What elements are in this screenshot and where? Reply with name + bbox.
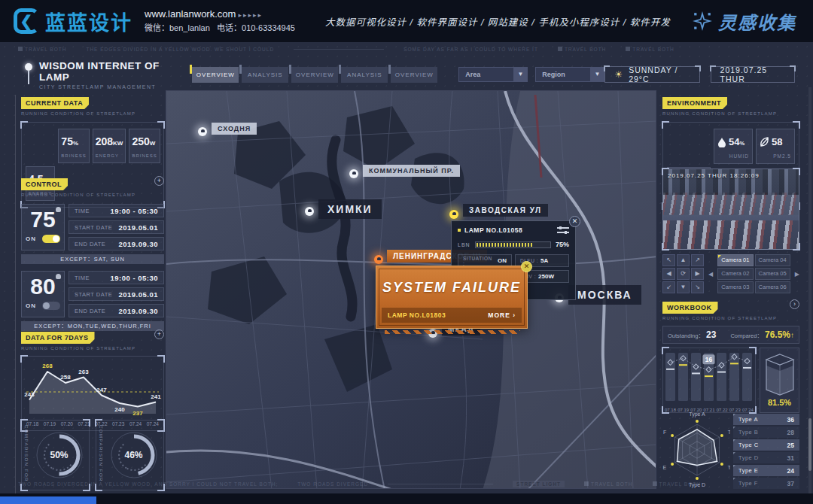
region-select[interactable]: Region▼ [535, 67, 604, 82]
settings-sliders-icon[interactable] [557, 227, 569, 233]
weather-text: SUNNDAY / 29°C [629, 65, 690, 83]
next-section-peek [0, 496, 96, 504]
gauge-label: COMPARISON FOR [96, 421, 104, 490]
camera-button-6[interactable]: Camera 06 [755, 281, 790, 293]
camera-button-1[interactable]: Camera 01 [717, 254, 753, 266]
workbook-stats-row: Outstanding： 23 Compared： 76.5% ↑ [662, 326, 799, 344]
pan-up-right-button[interactable]: ↗ [691, 254, 704, 266]
close-icon[interactable]: ✕ [521, 261, 532, 272]
compared-value: 76.5% [765, 329, 790, 340]
end-date-row: END DATE2019.09.30 [69, 237, 164, 250]
stat-briness-pct: 75% BRINESS [58, 129, 89, 163]
start-date-row: START DATE2019.05.01 [69, 287, 164, 301]
camera-list: Camera 01 Camera 04 Camera 02 Camera 05 … [717, 254, 790, 293]
schedule-block-2: 80 ON TIME19:00 - 05:30 START DATE2019.0… [21, 271, 164, 317]
reset-view-button[interactable]: ⟳ [677, 268, 690, 280]
camera-video-feed[interactable]: 2019.07.25 THUR 18:26:09 [662, 169, 799, 250]
brand-logo[interactable]: ❮ 蓝蓝设计 [14, 7, 132, 36]
map-pin-khimki[interactable] [305, 207, 314, 216]
map-label-moskva[interactable]: МОСКВА [568, 285, 641, 305]
camera-button-5[interactable]: Camera 05 [755, 268, 790, 280]
map-label-kommunalny[interactable]: КОММУНАЛЬНЫЙ ПР. [363, 165, 460, 177]
outstanding-count: 23 [706, 329, 716, 340]
scrollbar-thumb[interactable] [808, 418, 811, 471]
collect-button[interactable]: 灵感收集 [693, 8, 796, 35]
brightness-value: 80 [26, 275, 60, 299]
add-schedule-button[interactable]: + [154, 176, 164, 186]
pan-down-button[interactable]: ▼ [677, 281, 690, 293]
gauge-label: COMPARISON FOR [22, 421, 29, 490]
phone-label: 电话：010-63334945 [217, 23, 295, 32]
tab-overview-3[interactable]: OVERVIEW [391, 67, 437, 83]
map-pin-kommunalny[interactable] [349, 169, 358, 178]
svg-text:Type B: Type B [728, 430, 730, 436]
workbook-more-button[interactable]: › [790, 299, 799, 309]
pan-down-left-button[interactable]: ↙ [662, 281, 675, 293]
type-row-a[interactable]: Type A36 [733, 414, 799, 425]
scrollbar[interactable] [808, 87, 811, 493]
camera-button-3[interactable]: Camera 03 [717, 281, 753, 293]
camera-button-2[interactable]: Camera 02 [717, 268, 753, 280]
dashboard: TRAVEL BOTH THE EDGES DIVIDED IN A YELLO… [0, 42, 813, 493]
end-date-row: END DATE2019.09.30 [69, 304, 164, 317]
panel-subtitle: RUNNING CONDITION OF STREETLAMP [662, 111, 799, 116]
expand-chart-button[interactable]: + [154, 329, 164, 339]
brand-logo-icon: ❮ [14, 8, 39, 34]
type-row-c[interactable]: Type C25 [733, 439, 799, 451]
map-pin-leningradskoe[interactable] [374, 255, 383, 264]
type-row-d[interactable]: Type D31 [733, 452, 799, 463]
comparison-gauge-2: COMPARISON FOR 46% [96, 420, 164, 490]
cylinder-icon [763, 353, 796, 396]
page-bottom-strip [0, 493, 813, 504]
more-button[interactable]: MORE › [488, 311, 516, 319]
close-icon[interactable]: ✕ [569, 216, 580, 227]
except-days-1: EXCEPT：SAT, SUN [21, 254, 164, 264]
env-humidity: 54% HUMID [714, 129, 753, 164]
time-row: TIME19:00 - 05:30 [69, 271, 164, 284]
svg-text:243: 243 [24, 391, 35, 398]
svg-text:241: 241 [151, 393, 161, 400]
map-label-skhodnya[interactable]: СХОДНЯ [212, 123, 257, 135]
camera-list-next-icon[interactable]: ▶ [795, 271, 799, 278]
pan-left-button[interactable]: ◀ [662, 268, 675, 280]
map-label-zavodskaya[interactable]: ЗАВОДСКАЯ УЛ [463, 204, 548, 217]
on-label: ON [26, 302, 36, 309]
lamp-toggle[interactable] [42, 235, 60, 243]
panel-week-chart: DATA FOR 7DAYS RUNNING CONDITION OF STRE… [21, 329, 164, 431]
type-row-e[interactable]: Type E24 [733, 465, 799, 476]
arrows-decor: ▸▸▸▸▸ [238, 11, 263, 19]
services-list: 大数据可视化设计 / 软件界面设计 / 网站建设 / 手机及小程序设计 / 软件… [325, 14, 671, 29]
city-map[interactable]: СХОДНЯ КОММУНАЛЬНЫЙ ПР. ХИМКИ ЗАВОДСКАЯ … [166, 90, 656, 489]
panel-types: Type AType BType CType DType EType F Typ… [662, 408, 799, 492]
page-subtitle: CITY STREETLAMP MANAGEMENT [39, 84, 172, 90]
tab-analysis-2[interactable]: ANALYSIS [341, 67, 388, 83]
pan-up-left-button[interactable]: ↖ [662, 254, 675, 266]
pan-up-button[interactable]: ▲ [677, 254, 690, 266]
svg-text:Type A: Type A [689, 411, 705, 417]
pan-right-button[interactable]: ▶ [691, 268, 704, 280]
camera-list-prev-icon[interactable]: ◀ [708, 271, 713, 278]
website-link[interactable]: www.lanlanwork.com [145, 8, 236, 20]
camera-button-4[interactable]: Camera 04 [755, 254, 790, 266]
pan-down-right-button[interactable]: ↘ [691, 281, 704, 293]
map-label-khimki[interactable]: ХИМКИ [318, 199, 382, 219]
alert-title: SYSTEM FAILURE [382, 280, 522, 296]
svg-text:247: 247 [96, 387, 107, 393]
svg-text:258: 258 [60, 374, 71, 381]
dashboard-header: WISDOM INTERNET OF LAMP CITY STREETLAMP … [23, 62, 795, 87]
map-pin-zavodskaya[interactable] [449, 210, 458, 219]
tab-overview-1[interactable]: OVERVIEW [192, 67, 239, 83]
panel-camera: 2019.07.25 THUR 18:26:09 ↖ ▲ ↗ ◀ ⟳ ▶ ↙ ▼… [662, 169, 799, 293]
chevron-down-icon: ▼ [513, 68, 527, 81]
weather-widget: ☀ SUNNDAY / 29°C [604, 66, 699, 83]
svg-text:263: 263 [78, 369, 89, 375]
tab-analysis-1[interactable]: ANALYSIS [242, 67, 288, 83]
lamp-toggle[interactable] [42, 302, 60, 310]
map-pin-skhodnya[interactable] [198, 127, 207, 136]
area-select[interactable]: Area▼ [458, 67, 528, 82]
type-row-b[interactable]: Type B28 [733, 427, 799, 438]
svg-text:237: 237 [132, 410, 143, 417]
panel-badge: DATA FOR 7DAYS [21, 332, 95, 344]
env-pm25: 58 PM2.5 [756, 129, 795, 164]
tab-overview-2[interactable]: OVERVIEW [291, 67, 338, 83]
